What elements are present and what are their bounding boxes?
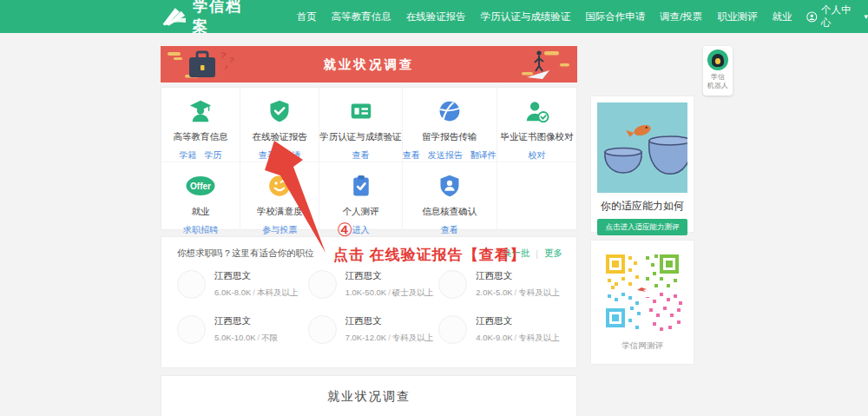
job-listing[interactable]: 江西思文 7.0K-12.0K/专科及以上 <box>308 315 439 344</box>
job-meta: 7.0K-12.0K/专科及以上 <box>345 333 434 344</box>
link-xueji[interactable]: 学籍 <box>180 149 197 162</box>
nav-item-employment[interactable]: 就业 <box>772 10 792 23</box>
company-avatar <box>438 270 467 299</box>
jobs-title: 你想求职吗？这里有适合你的职位 <box>177 248 314 260</box>
service-title: 就业 <box>192 206 210 218</box>
link-view-verification[interactable]: 查看 <box>352 149 370 162</box>
service-title: 留学报告传输 <box>422 131 477 143</box>
job-meta: 4.0K-9.0K/专科及以上 <box>476 333 559 344</box>
divider: | <box>536 248 538 259</box>
service-title: 高等教育信息 <box>174 131 228 143</box>
survey-banner[interactable]: ? ? ? 就业状况调查 <box>161 46 577 83</box>
link-view-confirmation[interactable]: 查看 <box>441 224 458 236</box>
company-avatar <box>308 270 337 299</box>
graduate-icon <box>187 98 214 124</box>
annotation-step-number: ④ <box>337 220 353 241</box>
banner-title: 就业状况调查 <box>324 56 415 73</box>
service-personal-assessment: 个人测评 进入 <box>319 162 403 236</box>
chsi-robot-widget[interactable]: 学信 机器人 <box>703 46 733 96</box>
link-xueli[interactable]: 学历 <box>205 149 222 162</box>
service-abroad-report: 留学报告传输 查看 发送报告 翻译件 <box>403 88 497 162</box>
link-vote[interactable]: 参与投票 <box>262 224 297 236</box>
link-job-search[interactable]: 求职招聘 <box>183 224 218 236</box>
company-avatar <box>177 270 206 299</box>
link-translation[interactable]: 翻译件 <box>470 149 496 162</box>
top-navbar: 学信档案 首页 高等教育信息 在线验证报告 学历认证与成绩验证 国际合作申请 调… <box>0 0 868 33</box>
nav-item-online-report[interactable]: 在线验证报告 <box>406 10 466 23</box>
link-send-report[interactable]: 发送报告 <box>428 149 463 162</box>
user-menu[interactable]: 个人中心 ▾ <box>806 3 868 30</box>
job-listing[interactable]: 江西思文 2.0K-5.0K/专科及以上 <box>438 270 569 299</box>
job-meta: 5.0K-10.0K/不限 <box>214 333 278 344</box>
job-meta: 1.0K-50.0K/硕士及以上 <box>345 287 434 299</box>
job-listing[interactable]: 江西思文 4.0K-9.0K/专科及以上 <box>438 315 569 344</box>
service-empty-cell <box>497 162 576 236</box>
logo-text: 学信档案 <box>193 0 259 36</box>
person-check-icon <box>523 98 549 124</box>
ability-question: 你的适应能力如何 <box>591 199 694 214</box>
svg-text:?: ? <box>223 64 229 71</box>
robot-label: 学信 机器人 <box>703 73 733 91</box>
link-view-report[interactable]: 查看 <box>259 149 276 162</box>
job-meta: 2.0K-5.0K/专科及以上 <box>476 287 559 299</box>
annotation-text: 点击 在线验证报告【查看】 <box>333 245 526 265</box>
qr-label: 学信网测评 <box>591 340 694 352</box>
nav-item-verification[interactable]: 学历认证与成绩验证 <box>481 10 571 23</box>
link-enter-assessment[interactable]: 进入 <box>352 224 370 236</box>
company-name: 江西思文 <box>476 270 559 282</box>
link-view-abroad[interactable]: 查看 <box>403 149 420 162</box>
job-meta: 6.0K-8.0K/本科及以上 <box>214 287 298 299</box>
globe-icon <box>437 98 462 124</box>
service-higher-education: 高等教育信息 学籍 学历 <box>161 88 240 162</box>
main-nav: 首页 高等教育信息 在线验证报告 学历认证与成绩验证 国际合作申请 调查/投票 … <box>297 3 868 30</box>
link-proofread[interactable]: 校对 <box>528 149 545 162</box>
clipboard-check-icon <box>349 173 373 199</box>
company-name: 江西思文 <box>345 270 434 282</box>
job-listing[interactable]: 江西思文 6.0K-8.0K/本科及以上 <box>177 270 308 299</box>
svg-text:?: ? <box>220 50 227 61</box>
logo-fan-icon <box>161 6 187 27</box>
service-online-verification-report: 在线验证报告 查看 申请 <box>240 88 319 162</box>
service-title: 在线验证报告 <box>253 131 307 143</box>
nav-item-international[interactable]: 国际合作申请 <box>585 10 645 23</box>
job-listing[interactable]: 江西思文 1.0K-50.0K/硕士及以上 <box>308 270 439 299</box>
qr-code-card: 学信网测评 <box>590 240 694 365</box>
job-listing[interactable]: 江西思文 5.0K-10.0K/不限 <box>177 315 308 344</box>
survey-title: 就业状况调查 <box>161 389 576 405</box>
services-panel: 高等教育信息 学籍 学历 在线验证报告 查看 申请 <box>161 87 577 230</box>
service-title: 学校满意度 <box>257 206 303 218</box>
user-menu-label: 个人中心 <box>821 3 860 30</box>
svg-text:?: ? <box>227 56 235 65</box>
robot-avatar-icon <box>707 50 728 70</box>
company-name: 江西思文 <box>345 315 434 327</box>
service-school-satisfaction: 学校满意度 参与投票 <box>240 162 319 236</box>
link-apply-report[interactable]: 申请 <box>284 149 301 162</box>
ability-test-button[interactable]: 点击进入适应能力测评 <box>597 219 687 235</box>
nav-item-higher-edu[interactable]: 高等教育信息 <box>332 10 391 23</box>
caret-down-icon: ▾ <box>864 12 868 21</box>
nav-item-survey-vote[interactable]: 调查/投票 <box>660 10 702 23</box>
service-title: 信息核查确认 <box>422 206 477 218</box>
nav-item-career-test[interactable]: 职业测评 <box>717 10 757 23</box>
briefcase-illustration: ? ? ? <box>166 46 261 83</box>
nav-item-home[interactable]: 首页 <box>297 10 317 23</box>
service-info-confirmation: 信息核查确认 查看 <box>403 162 497 236</box>
company-name: 江西思文 <box>214 315 278 327</box>
site-logo[interactable]: 学信档案 <box>161 0 259 36</box>
jobs-grid: 江西思文 6.0K-8.0K/本科及以上 江西思文 1.0K-50.0K/硕士及… <box>161 260 576 344</box>
more-jobs-link[interactable]: 更多 <box>544 248 562 260</box>
ability-test-card: 你的适应能力如何 点击进入适应能力测评 <box>590 96 694 233</box>
id-card-icon <box>348 98 374 124</box>
page: 学信档案 首页 高等教育信息 在线验证报告 学历认证与成绩验证 国际合作申请 调… <box>0 0 868 416</box>
service-title: 个人测评 <box>343 206 379 218</box>
svg-text:Offer: Offer <box>190 182 211 191</box>
service-degree-verification: 学历认证与成绩验证 查看 <box>319 88 403 162</box>
company-avatar <box>438 315 467 344</box>
paper-plane-illustration <box>470 46 574 83</box>
user-icon <box>806 11 818 23</box>
service-title: 毕业证书图像校对 <box>500 131 573 143</box>
service-employment: Offer 就业 求职招聘 <box>161 162 240 236</box>
survey-section: 就业状况调查 为帮助学弟学妹们做好职业生涯规划，提升高校就业指导工作水平，请积极… <box>161 375 577 416</box>
shield-person-icon <box>437 173 462 199</box>
qr-code <box>599 248 686 334</box>
